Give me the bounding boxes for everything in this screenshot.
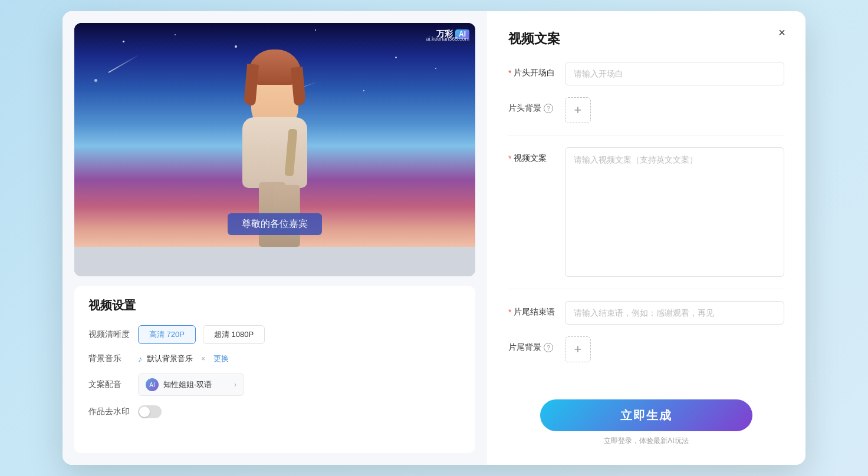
ending-input[interactable] [565, 301, 784, 325]
opening-row: * 片头开场白 [508, 62, 784, 85]
ending-row: * 片尾结束语 [508, 301, 784, 325]
opening-required-mark: * [508, 68, 511, 78]
voice-avatar: AI [146, 378, 159, 391]
divider-2 [508, 289, 784, 289]
right-panel: × 视频文案 * 片头开场白 片头背景 ? + [487, 11, 805, 465]
voice-name: 知性姐姐-双语 [163, 379, 212, 390]
ending-required-mark: * [508, 308, 511, 317]
left-panel: 万彩 AI ai.keehan365.com [63, 11, 487, 465]
video-preview: 万彩 AI ai.keehan365.com [74, 23, 475, 276]
modal: 万彩 AI ai.keehan365.com [63, 11, 805, 465]
opening-label-text: 片头开场白 [514, 68, 555, 78]
watermark-row: 作品去水印 [88, 405, 461, 418]
watermark-url: ai.keehan365.com [426, 36, 469, 42]
footer-bg-row: 片尾背景 ? + [508, 336, 784, 362]
video-subtitle: 尊敬的各位嘉宾 [228, 213, 322, 235]
music-row: 背景音乐 ♪ 默认背景音乐 × 更换 [88, 353, 461, 364]
watermark-label: 作品去水印 [88, 406, 131, 417]
quality-720p-button[interactable]: 高清 720P [138, 325, 196, 344]
video-copy-row: * 视频文案 [508, 147, 784, 277]
header-bg-row: 片头背景 ? + [508, 97, 784, 123]
opening-label: * 片头开场白 [508, 62, 555, 78]
header-bg-label-text: 片头背景 [508, 103, 541, 114]
voice-chevron-icon: › [234, 381, 236, 389]
watermark-toggle[interactable] [138, 405, 162, 418]
video-copy-label: * 视频文案 [508, 147, 555, 164]
music-remove-button[interactable]: × [198, 353, 209, 364]
settings-section: 视频设置 视频清晰度 高清 720P 超清 1080P 背景音乐 ♪ 默认背景音… [74, 286, 475, 453]
ending-label: * 片尾结束语 [508, 301, 555, 318]
header-bg-label: 片头背景 ? [508, 97, 555, 114]
footer-bg-label: 片尾背景 ? [508, 336, 555, 353]
voice-selector[interactable]: AI 知性姐姐-双语 › [138, 373, 244, 396]
divider-1 [508, 135, 784, 135]
music-note-icon: ♪ [138, 354, 142, 363]
music-name: 默认背景音乐 [147, 353, 193, 364]
video-copy-textarea[interactable] [565, 147, 784, 277]
video-copy-required-mark: * [508, 154, 511, 163]
music-label: 背景音乐 [88, 353, 131, 364]
generate-hint: 立即登录，体验最新AI玩法 [604, 436, 688, 446]
modal-overlay: 万彩 AI ai.keehan365.com [0, 0, 868, 476]
music-change-button[interactable]: 更换 [213, 353, 229, 364]
quality-1080p-button[interactable]: 超清 1080P [203, 325, 265, 344]
generate-button[interactable]: 立即生成 [540, 399, 752, 431]
video-copy-label-text: 视频文案 [514, 153, 547, 164]
header-bg-add-button[interactable]: + [565, 97, 591, 123]
opening-input[interactable] [565, 62, 784, 85]
close-button[interactable]: × [772, 23, 791, 42]
generate-section: 立即生成 立即登录，体验最新AI玩法 [508, 399, 784, 446]
settings-title: 视频设置 [88, 298, 461, 313]
voice-label: 文案配音 [88, 379, 131, 390]
quality-row: 视频清晰度 高清 720P 超清 1080P [88, 325, 461, 344]
ending-label-text: 片尾结束语 [514, 307, 555, 318]
panel-title: 视频文案 [508, 30, 784, 48]
header-bg-help-icon[interactable]: ? [544, 104, 553, 113]
toggle-knob [139, 406, 150, 417]
music-info: ♪ 默认背景音乐 × 更换 [138, 353, 229, 364]
footer-bg-label-text: 片尾背景 [508, 342, 541, 353]
footer-bg-help-icon[interactable]: ? [544, 343, 553, 352]
quality-label: 视频清晰度 [88, 329, 131, 340]
voice-row: 文案配音 AI 知性姐姐-双语 › [88, 373, 461, 396]
video-bottom-bar [74, 247, 475, 276]
footer-bg-add-button[interactable]: + [565, 336, 591, 362]
